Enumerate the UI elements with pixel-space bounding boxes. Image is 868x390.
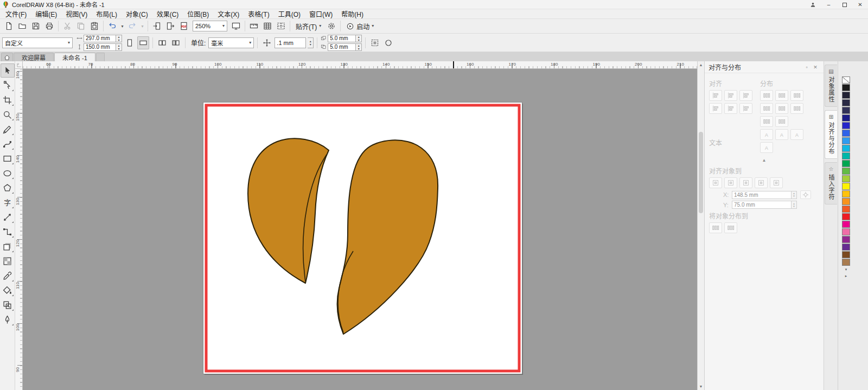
palette-flyout-icon[interactable]: ▸ [842,273,850,279]
page-edge-button[interactable] [724,177,737,188]
zoom-tool[interactable] [1,107,15,122]
color-swatch-5[interactable] [842,114,850,122]
page-preset-combobox[interactable]: 自定义 ▾ [2,37,73,48]
nudge-spinner[interactable]: ▴▾ [308,37,314,48]
import-button[interactable] [150,20,163,32]
page-height-spinner[interactable]: ▴▾ [116,43,122,51]
outline-tool[interactable] [1,312,15,327]
color-swatch-22[interactable] [842,244,850,251]
color-swatch-16[interactable] [842,198,850,205]
publish-pdf-button[interactable]: PDF [177,20,190,32]
menu-item-4[interactable]: 布局(L) [92,9,122,19]
menu-item-1[interactable]: 文件(F) [1,9,31,19]
y-coordinate-spinner[interactable]: ▴▾ [792,201,797,209]
export-button[interactable] [164,20,177,32]
open-button[interactable] [16,20,29,32]
color-swatch-23[interactable] [842,251,850,258]
align-center-horizontal-button[interactable] [724,90,737,101]
docker-close-icon[interactable]: ✕ [811,65,820,70]
bezier-tool[interactable] [1,137,15,151]
distribute-center-vertical-button[interactable] [790,103,803,114]
menu-item-6[interactable]: 效果(C) [152,9,183,19]
account-button[interactable] [805,0,821,9]
undo-button[interactable] [106,20,119,32]
color-swatch-15[interactable] [842,190,850,197]
transparency-tool[interactable] [1,254,15,268]
save-button[interactable] [29,20,42,32]
current-page-button[interactable] [170,36,182,49]
distribute-top-button[interactable] [775,103,788,114]
menu-item-12[interactable]: 帮助(H) [337,9,368,19]
collapse-section-button[interactable]: ▲ [709,156,819,164]
ellipse-tool[interactable] [1,166,15,180]
close-button[interactable]: ✕ [852,0,868,9]
color-swatch-19[interactable] [842,221,850,228]
landscape-button[interactable] [137,36,149,49]
duplicate-y-spinner[interactable]: ▴▾ [356,43,362,51]
page-center-button[interactable] [739,177,752,188]
color-swatch-3[interactable] [842,99,850,106]
show-grid-button[interactable] [261,20,274,32]
redo-button[interactable] [126,20,139,32]
heart-left-shape[interactable] [248,138,329,283]
horizontal-ruler[interactable]: 6070809010011012013014015016017018019020… [23,61,697,69]
distribute-left-button[interactable] [760,90,773,101]
no-color-swatch[interactable] [842,76,850,84]
docker-tab-2[interactable]: ⊞对齐与分布 [825,110,837,159]
color-swatch-18[interactable] [842,213,850,220]
crop-tool[interactable] [1,93,15,107]
y-coordinate-input[interactable] [732,201,792,209]
options-button[interactable] [325,20,338,32]
grid-button[interactable] [755,177,768,188]
maximize-button[interactable] [837,0,852,9]
align-center-vertical-button[interactable] [724,103,737,114]
units-combobox[interactable]: 毫米 ▾ [208,37,254,48]
color-swatch-17[interactable] [842,206,850,213]
page-height-input[interactable] [84,43,116,51]
fill-tool[interactable] [1,283,15,297]
distribute-spacing-horizontal-button[interactable] [790,90,803,101]
document-tab-1[interactable]: 欢迎屏幕 [14,53,54,61]
text-more-button[interactable]: A [760,142,773,153]
new-tab-button[interactable] [96,53,105,61]
polygon-tool[interactable] [1,181,15,195]
eyedropper-tool[interactable] [1,268,15,283]
color-swatch-2[interactable] [842,92,850,99]
scrollbar-thumb[interactable] [699,132,703,213]
ruler-origin-button[interactable] [15,61,23,69]
menu-item-5[interactable]: 对象(C) [122,9,152,19]
color-swatch-7[interactable] [842,130,850,137]
menu-item-2[interactable]: 编辑(E) [31,9,61,19]
duplicate-x-input[interactable] [328,35,356,42]
color-swatch-6[interactable] [842,122,850,129]
shape-tool[interactable] [1,78,15,92]
all-pages-button[interactable] [156,36,168,49]
paste-button[interactable] [88,20,101,32]
align-left-button[interactable] [709,90,722,101]
treat-as-filled-button[interactable] [369,36,381,49]
page-width-spinner[interactable]: ▴▾ [116,35,122,42]
color-swatch-9[interactable] [842,145,850,152]
align-right-button[interactable] [739,90,752,101]
copy-button[interactable] [74,20,87,32]
show-guidelines-button[interactable] [275,20,288,32]
active-objects-button[interactable] [709,177,722,188]
fullscreen-preview-button[interactable] [229,20,242,32]
color-swatch-10[interactable] [842,152,850,159]
page-width-input[interactable] [84,35,116,42]
snap-to-button[interactable]: 贴齐(T) ▾ [292,20,324,32]
x-coordinate-input[interactable] [732,191,792,199]
text-first-line-baseline-button[interactable]: A [760,129,773,140]
welcome-home-button[interactable] [1,53,13,61]
shadow-tool[interactable] [1,239,15,253]
menu-item-11[interactable]: 窗口(W) [305,9,337,19]
docker-tab-3[interactable]: ☆插入字符 [825,162,837,204]
cut-button[interactable] [61,20,74,32]
color-swatch-24[interactable] [842,259,850,266]
freehand-tool[interactable] [1,122,15,136]
text-bounding-box-button[interactable]: A [790,129,803,140]
document-tab-2[interactable]: 未命名 -1 [54,53,95,61]
menu-item-9[interactable]: 表格(T) [244,9,273,19]
specified-point-button[interactable] [770,177,783,188]
docker-tab-1[interactable]: ▤对象属性 [825,65,837,107]
